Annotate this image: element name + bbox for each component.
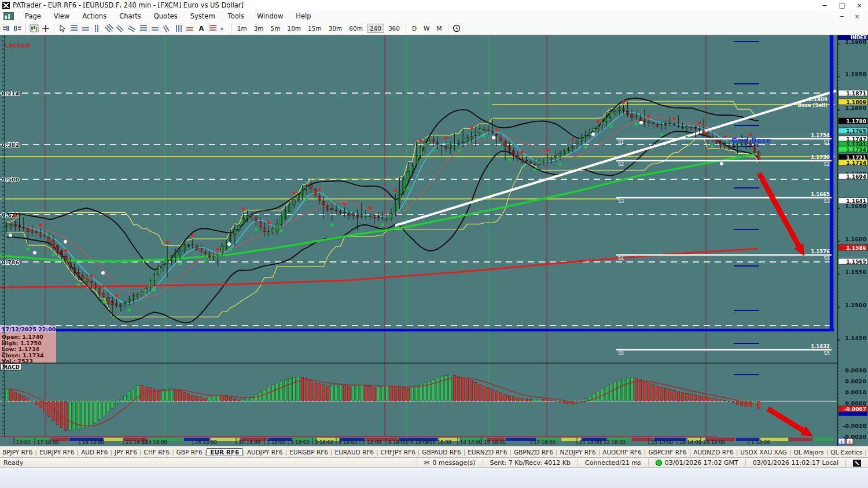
timeframe-3m[interactable]: 3m xyxy=(251,24,267,33)
tab-jpy-rf6[interactable]: JPY RF6 xyxy=(112,449,139,456)
menu-tools[interactable]: Tools xyxy=(222,11,251,21)
tab-chfjpy-rf6[interactable]: CHFJPY RF6 xyxy=(378,449,418,456)
text-label-tool-icon[interactable]: A xyxy=(196,23,207,34)
crosshair-icon[interactable] xyxy=(40,23,52,34)
tab-audnzd-rf6[interactable]: AUDNZD RF6 xyxy=(691,449,735,456)
tab-ql-exotics[interactable]: QL-Exotics xyxy=(828,449,865,456)
pointer-icon[interactable] xyxy=(57,23,68,34)
tab-euraud-rf6[interactable]: EURAUD RF6 xyxy=(333,449,377,456)
timeframe-10m[interactable]: 10m xyxy=(285,24,304,33)
grid-levels-tool-icon[interactable] xyxy=(207,23,219,34)
timeframe-360[interactable]: 360 xyxy=(385,24,403,33)
horizontal-line-tool-icon[interactable] xyxy=(80,23,91,34)
menu-bar: PageViewActionsChartsQuotesSystemToolsWi… xyxy=(0,10,868,23)
title-bar: PATrader - EUR RF6 - [EURUSD.F, 240 min … xyxy=(0,0,868,11)
period-buttons: DWM xyxy=(409,24,446,33)
tab-gbp-rf6[interactable]: GBP RF6 xyxy=(174,449,205,456)
tab-bpjpy-rf6[interactable]: BPJPY RF6 xyxy=(0,449,35,456)
parallel-trend-tool-icon[interactable] xyxy=(115,23,126,34)
status-local-time: 03/01/2026 11:02:17 Local xyxy=(745,459,845,467)
toolbar-overflow-chevron[interactable]: » xyxy=(220,25,224,32)
timeframe-buttons: 1m3m5m10m15m30m60m240360 xyxy=(234,24,403,33)
menu-view[interactable]: View xyxy=(47,11,76,21)
tab-eurgbp-rf6[interactable]: EURGBP RF6 xyxy=(287,449,330,456)
menu-help[interactable]: Help xyxy=(289,11,317,21)
menu-system[interactable]: System xyxy=(184,11,222,21)
trendline-tool-icon[interactable] xyxy=(103,23,115,34)
status-bar: Ready ✉0 message(s) Sent: 7 Kb/Recv: 401… xyxy=(0,457,868,468)
envelope-icon: ✉ xyxy=(424,459,429,467)
vertical-bars-tool-icon[interactable] xyxy=(172,23,184,34)
timeframe-1m[interactable]: 1m xyxy=(234,24,250,33)
instrument-tab-bar: BPJPY RF6|EURJPY RF6|AUD RF6|JPY RF6|CHF… xyxy=(0,446,868,458)
status-gmt-time: 03/01/2026 17:02 GMT xyxy=(665,459,738,467)
fib-expansion-tool-icon[interactable] xyxy=(149,23,161,34)
timeframe-240[interactable]: 240 xyxy=(367,24,384,33)
pointer-tool-icon[interactable] xyxy=(68,23,80,34)
mdi-window-controls: ─× xyxy=(834,13,865,20)
link-blue-icon[interactable] xyxy=(12,23,23,34)
tab-eurnzd-rf6[interactable]: EURNZD RF6 xyxy=(465,449,509,456)
period-d[interactable]: D xyxy=(409,24,420,33)
window-controls: ─□× xyxy=(816,2,868,9)
tab-audchf-rf6[interactable]: AUDCHF RF6 xyxy=(600,449,644,456)
vertical-line-tool-icon[interactable] xyxy=(91,23,103,34)
app-logo-icon xyxy=(2,2,10,9)
chart-activity-icon xyxy=(853,460,861,467)
maximize-button[interactable]: □ xyxy=(833,2,851,9)
period-m[interactable]: M xyxy=(433,24,444,33)
menu-items: PageViewActionsChartsQuotesSystemToolsWi… xyxy=(19,11,318,21)
tab-nzdjpy-rf6[interactable]: NZDJPY RF6 xyxy=(558,449,598,456)
tab-gbpnzd-rf6[interactable]: GBPNZD RF6 xyxy=(512,449,556,456)
tab-gbpaud-rf6[interactable]: GBPAUD RF6 xyxy=(420,449,463,456)
chart-mini-icon xyxy=(3,12,14,20)
candlestick-chart-icon[interactable] xyxy=(28,23,40,34)
menu-actions[interactable]: Actions xyxy=(76,11,113,21)
period-w[interactable]: W xyxy=(421,24,432,33)
menu-window[interactable]: Window xyxy=(251,11,289,21)
minimize-button[interactable]: ─ xyxy=(816,2,833,9)
instrument-tabs: BPJPY RF6|EURJPY RF6|AUD RF6|JPY RF6|CHF… xyxy=(0,448,868,456)
price-levels-tool-icon[interactable] xyxy=(184,23,196,34)
channel-tool-icon[interactable] xyxy=(126,23,138,34)
mdi-minimize-button[interactable]: ─ xyxy=(834,13,849,20)
menu-page[interactable]: Page xyxy=(19,11,47,21)
tab-usdx-xau-xag[interactable]: USDX XAU XAG xyxy=(738,449,789,456)
status-traffic: Sent: 7 Kb/Recv: 4012 Kb xyxy=(483,459,578,467)
timeframe-5m[interactable]: 5m xyxy=(268,24,284,33)
menu-charts[interactable]: Charts xyxy=(113,11,148,21)
timeframe-15m[interactable]: 15m xyxy=(305,24,325,33)
chart-background xyxy=(0,35,868,446)
pitchfork-tool-icon[interactable] xyxy=(161,23,172,34)
connection-status-icon xyxy=(656,460,662,466)
tab-audjpy-rf6[interactable]: AUDJPY RF6 xyxy=(245,449,285,456)
tab-chf-rf6[interactable]: CHF RF6 xyxy=(142,449,172,456)
fib-retracement-tool-icon[interactable] xyxy=(138,23,149,34)
taskbar xyxy=(0,467,868,488)
tab-eur-rf6[interactable]: EUR RF6 xyxy=(207,448,242,456)
timeframe-30m[interactable]: 30m xyxy=(326,24,345,33)
tab-ql-majors[interactable]: QL-Majors xyxy=(791,449,826,456)
link-red-icon[interactable] xyxy=(0,23,12,34)
draw-tools: A xyxy=(68,23,219,34)
tab-eurjpy-rf6[interactable]: EURJPY RF6 xyxy=(37,449,77,456)
window-title: PATrader - EUR RF6 - [EURUSD.F, 240 min … xyxy=(13,1,244,9)
svg-text:A: A xyxy=(199,25,204,32)
tab-gbpchf-rf6[interactable]: GBPCHF RF6 xyxy=(646,449,689,456)
clock-icon[interactable] xyxy=(451,23,462,34)
timeframe-60m[interactable]: 60m xyxy=(346,24,366,33)
status-messages: 0 message(s) xyxy=(432,459,475,467)
status-connection: Connected/21 ms xyxy=(578,459,648,467)
close-button[interactable]: × xyxy=(851,2,868,9)
tab-aud-rf6[interactable]: AUD RF6 xyxy=(79,449,110,456)
toolbar: A » 1m3m5m10m15m30m60m240360 DWM xyxy=(0,22,868,35)
status-ready: Ready xyxy=(0,459,23,467)
mdi-close-button[interactable]: × xyxy=(849,13,865,20)
menu-quotes[interactable]: Quotes xyxy=(148,11,184,21)
